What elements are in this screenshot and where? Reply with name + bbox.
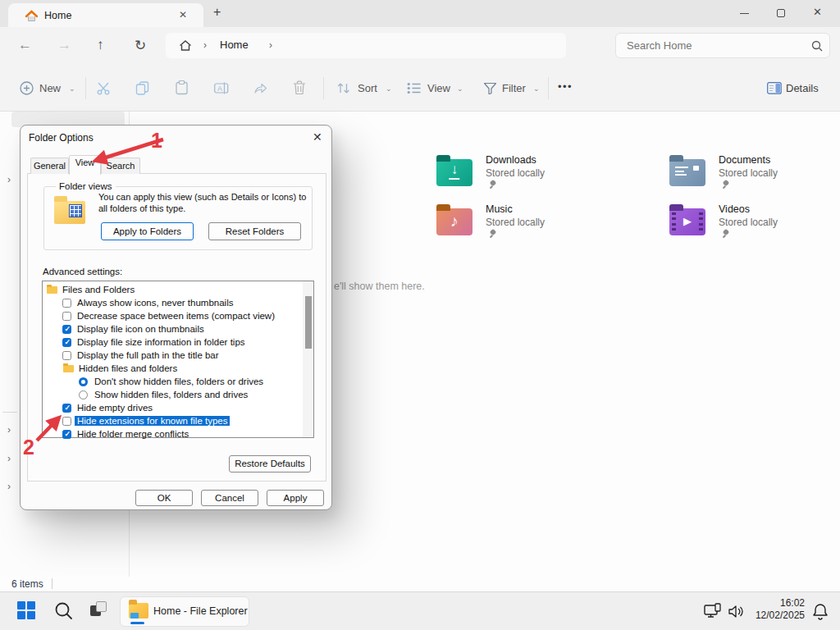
file-tile-name[interactable]: Downloads	[486, 154, 536, 166]
setting-row[interactable]: Display file icon on thumbnails	[43, 323, 302, 336]
folder-views-icon	[54, 201, 85, 224]
checkbox-checked[interactable]	[62, 338, 71, 347]
apply-button[interactable]: Apply	[267, 490, 324, 506]
copy-icon[interactable]	[135, 81, 149, 95]
music-folder-icon[interactable]: ♪	[436, 208, 472, 235]
command-toolbar: New ⌄ A Sort ⌄ View ⌄ Filter ⌄ ••• Detai…	[0, 66, 840, 112]
file-tile-name[interactable]: Videos	[719, 203, 750, 215]
setting-row[interactable]: Hide folder merge conflicts	[43, 428, 302, 441]
taskbar-clock[interactable]: 16:02 12/02/2025	[742, 597, 805, 622]
new-tab-button[interactable]: +	[213, 5, 221, 20]
setting-row[interactable]: Don't show hidden files, folders or driv…	[43, 376, 302, 389]
setting-row[interactable]: Display the full path in the title bar	[43, 349, 302, 363]
file-tile-name[interactable]: Documents	[719, 154, 770, 166]
sort-button[interactable]: Sort	[358, 82, 377, 94]
apply-to-folders-button[interactable]: Apply to Folders	[101, 222, 194, 240]
back-icon[interactable]: ←	[18, 37, 32, 53]
chevron-expand-icon[interactable]: ›	[7, 453, 11, 464]
checkbox-checked[interactable]	[62, 430, 71, 439]
breadcrumb[interactable]: › Home ›	[166, 33, 566, 58]
setting-row[interactable]: Always show icons, never thumbnails	[43, 297, 302, 310]
sort-icon	[336, 82, 351, 94]
radio-selected[interactable]	[79, 377, 88, 386]
checkbox-unchecked[interactable]	[62, 351, 71, 360]
notification-bell-icon[interactable]	[812, 603, 829, 620]
setting-row: Files and Folders	[43, 284, 302, 297]
setting-row[interactable]: Decrease space between items (compact vi…	[43, 310, 302, 323]
network-icon[interactable]	[704, 603, 724, 620]
checkbox-checked[interactable]	[62, 325, 71, 334]
clock-date: 12/02/2025	[742, 609, 805, 622]
new-button[interactable]: New	[39, 82, 61, 94]
chevron-expand-icon[interactable]: ›	[7, 481, 11, 492]
tab-general[interactable]: General	[30, 158, 69, 174]
tab-search[interactable]: Search	[101, 158, 140, 174]
setting-row[interactable]: Display file size information in folder …	[43, 336, 302, 349]
filter-button[interactable]: Filter	[502, 82, 526, 94]
radio-unselected[interactable]	[79, 390, 88, 399]
paste-icon[interactable]	[175, 80, 189, 95]
breadcrumb-item-home[interactable]: Home	[220, 39, 249, 51]
share-icon[interactable]	[253, 81, 267, 95]
cut-icon[interactable]	[96, 81, 111, 95]
refresh-icon[interactable]: ↻	[135, 37, 146, 54]
tab-close-icon[interactable]: ✕	[179, 9, 187, 21]
setting-row[interactable]: Hide empty drives	[43, 402, 302, 415]
window-close-button[interactable]: ✕	[813, 6, 822, 18]
documents-folder-icon[interactable]	[669, 159, 705, 186]
folder-views-group: Folder views You can apply this view (su…	[43, 186, 313, 250]
checkbox-unchecked[interactable]	[62, 312, 71, 321]
chevron-down-icon: ⌄	[533, 84, 540, 93]
breadcrumb-home-icon	[179, 39, 192, 52]
taskbar: Home - File Explorer 16:02 12/02/2025	[0, 591, 840, 630]
videos-folder-icon[interactable]: ▶	[669, 208, 705, 235]
reset-folders-button[interactable]: Reset Folders	[208, 222, 301, 240]
up-icon[interactable]: ↑	[97, 37, 104, 53]
file-tile-status: Stored locally	[486, 217, 545, 228]
new-icon	[20, 81, 34, 95]
search-input[interactable]: Search Home	[615, 33, 830, 58]
maximize-button[interactable]	[777, 9, 785, 17]
navigation-bar: ← → ↑ ↻ › Home › Search Home	[0, 27, 840, 66]
ok-button[interactable]: OK	[135, 490, 193, 506]
file-tile-status: Stored locally	[486, 167, 545, 179]
chevron-down-icon: ⌄	[457, 84, 463, 93]
taskbar-app-label: Home - File Explorer	[153, 605, 248, 617]
forward-icon[interactable]: →	[57, 37, 71, 53]
view-button[interactable]: View	[427, 82, 450, 94]
start-button[interactable]	[17, 601, 35, 619]
clock-time: 16:02	[742, 597, 805, 609]
minimize-button[interactable]	[740, 13, 749, 14]
setting-row: Hidden files and folders	[43, 363, 302, 376]
checkbox-unchecked[interactable]	[62, 299, 71, 308]
file-tile-status: Stored locally	[719, 167, 778, 179]
setting-row[interactable]: Show hidden files, folders and drives	[43, 389, 302, 402]
see-more-button[interactable]: •••	[558, 80, 573, 93]
restore-defaults-button[interactable]: Restore Defaults	[229, 455, 311, 472]
tab-title: Home	[44, 10, 71, 21]
scrollbar[interactable]	[303, 281, 313, 437]
folder-options-dialog: Folder Options ✕ General View Search Fol…	[20, 125, 332, 510]
file-explorer-taskbar-button[interactable]: Home - File Explorer	[120, 596, 249, 627]
pin-icon	[489, 180, 497, 189]
explorer-tab[interactable]: Home ✕	[8, 3, 203, 27]
delete-icon[interactable]	[293, 80, 306, 95]
tab-view[interactable]: View	[69, 155, 101, 175]
downloads-folder-icon[interactable]: ↓	[436, 159, 472, 186]
details-button[interactable]: Details	[786, 82, 819, 94]
chevron-expand-icon[interactable]: ›	[7, 174, 11, 185]
dialog-close-icon[interactable]: ✕	[313, 130, 322, 144]
cancel-button[interactable]: Cancel	[201, 490, 258, 506]
checkbox-unchecked[interactable]	[62, 417, 71, 426]
checkbox-checked[interactable]	[62, 404, 71, 413]
file-explorer-icon	[129, 603, 148, 619]
taskbar-search-icon[interactable]	[54, 601, 73, 620]
file-tile-name[interactable]: Music	[486, 203, 513, 215]
folder-icon	[63, 365, 74, 372]
rename-icon[interactable]: A	[214, 82, 229, 94]
setting-row[interactable]: Hide extensions for known file types	[43, 415, 302, 428]
pin-icon	[722, 230, 730, 238]
folder-views-legend: Folder views	[56, 181, 116, 191]
chevron-expand-icon[interactable]: ›	[7, 424, 11, 436]
folder-icon	[47, 286, 57, 294]
